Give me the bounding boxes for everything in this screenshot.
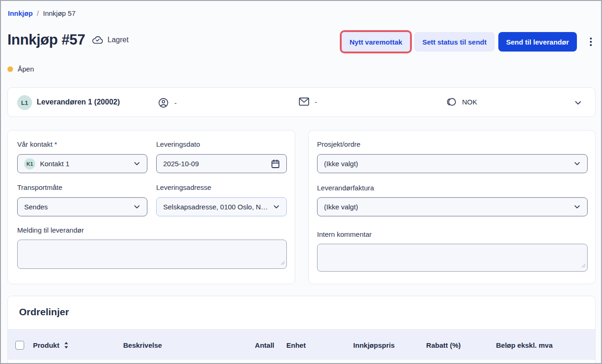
more-actions-button[interactable] bbox=[584, 32, 597, 52]
cloud-check-icon bbox=[92, 36, 104, 44]
status-dot-icon bbox=[7, 66, 13, 72]
delivery-date-value: 2025-10-09 bbox=[163, 160, 199, 168]
new-goods-receipt-button[interactable]: Nytt varemottak bbox=[342, 32, 410, 52]
chevron-down-icon bbox=[570, 160, 581, 167]
contact-avatar: K1 bbox=[24, 158, 35, 169]
delivery-address-select[interactable]: Selskapsadresse, 0100 Oslo, N… bbox=[156, 197, 287, 216]
title-row: Innkjøp #57 Lagret bbox=[7, 32, 129, 48]
chevron-down-icon bbox=[269, 203, 280, 210]
details-card: Vår kontakt * K1 Kontakt 1 Leveringsdato… bbox=[7, 130, 295, 284]
supplier-invoice-select[interactable]: (Ikke valgt) bbox=[317, 197, 588, 216]
project-order-value: (Ikke valgt) bbox=[324, 160, 358, 168]
saved-indicator: Lagret bbox=[92, 36, 128, 44]
transport-label: Transportmåte bbox=[17, 183, 62, 191]
delivery-address-label: Leveringsadresse bbox=[156, 183, 211, 191]
column-header-rabatt: Rabatt (%) bbox=[400, 330, 461, 360]
delivery-date-label: Leveringsdato bbox=[156, 140, 200, 148]
saved-label: Lagret bbox=[107, 36, 128, 44]
chevron-down-icon bbox=[130, 160, 140, 167]
our-contact-select[interactable]: K1 Kontakt 1 bbox=[17, 154, 147, 173]
supplier-invoice-label: Leverandørfaktura bbox=[317, 184, 374, 192]
send-to-supplier-button[interactable]: Send til leverandør bbox=[498, 32, 577, 52]
our-contact-value: Kontakt 1 bbox=[40, 160, 69, 168]
annotation-highlight-box: Nytt varemottak bbox=[340, 30, 412, 53]
delivery-date-input[interactable]: 2025-10-09 bbox=[156, 154, 287, 173]
breadcrumb-link-innkjop[interactable]: Innkjøp bbox=[8, 9, 33, 17]
supplier-expand-chevron-icon bbox=[574, 99, 582, 107]
chevron-down-icon bbox=[570, 203, 581, 210]
internal-comment-textarea[interactable] bbox=[317, 244, 588, 272]
reference-card: Prosjekt/ordre (Ikke valgt) Leverandørfa… bbox=[308, 130, 595, 284]
transport-value: Sendes bbox=[24, 203, 48, 211]
chevron-down-icon bbox=[130, 203, 140, 210]
select-all-checkbox[interactable] bbox=[15, 341, 24, 350]
column-label: Produkt bbox=[33, 341, 60, 349]
status-badge: Åpen bbox=[18, 65, 34, 73]
supplier-contact: - bbox=[158, 98, 177, 108]
status-row: Åpen bbox=[7, 65, 34, 73]
column-header-belop: Beløp ekskl. mva bbox=[496, 330, 553, 360]
breadcrumb: Innkjøp / Innkjøp 57 bbox=[8, 9, 76, 17]
envelope-icon bbox=[299, 98, 309, 106]
supplier-contact-value: - bbox=[174, 99, 177, 107]
column-header-beskrivelse: Beskrivelse bbox=[123, 330, 162, 360]
supplier-email: - bbox=[299, 98, 317, 106]
breadcrumb-current: Innkjøp 57 bbox=[43, 9, 76, 17]
project-order-label: Prosjekt/ordre bbox=[317, 140, 360, 148]
breadcrumb-separator: / bbox=[37, 9, 39, 17]
supplier-invoice-value: (Ikke valgt) bbox=[324, 203, 358, 211]
order-lines-card: Ordrelinjer Produkt Beskrivelse Antall E… bbox=[7, 296, 595, 364]
column-header-innkjopspris: Innkjøpspris bbox=[334, 330, 395, 360]
person-circle-icon bbox=[158, 98, 169, 108]
message-to-supplier-wrap bbox=[17, 240, 287, 269]
supplier-currency: NOK bbox=[444, 98, 477, 106]
supplier-avatar: L1 bbox=[17, 95, 32, 110]
project-order-select[interactable]: (Ikke valgt) bbox=[317, 154, 588, 173]
supplier-currency-value: NOK bbox=[462, 98, 477, 106]
message-to-supplier-textarea[interactable] bbox=[17, 240, 287, 269]
action-bar: Nytt varemottak Sett status til sendt Se… bbox=[340, 30, 597, 53]
our-contact-label: Vår kontakt * bbox=[17, 140, 57, 148]
supplier-name: Leverandøren 1 (20002) bbox=[37, 98, 120, 106]
order-lines-table-header: Produkt Beskrivelse Antall Enhet Innkjøp… bbox=[8, 329, 595, 360]
calendar-icon bbox=[267, 159, 280, 169]
kebab-menu-icon bbox=[590, 38, 592, 46]
transport-select[interactable]: Sendes bbox=[17, 197, 147, 216]
supplier-email-value: - bbox=[315, 98, 317, 106]
sort-arrows-icon bbox=[64, 342, 68, 349]
column-header-enhet: Enhet bbox=[286, 330, 306, 360]
delivery-address-value: Selskapsadresse, 0100 Oslo, N… bbox=[163, 203, 268, 211]
column-header-produkt[interactable]: Produkt bbox=[33, 330, 68, 360]
page-title: Innkjøp #57 bbox=[7, 32, 85, 48]
app-window: Innkjøp / Innkjøp 57 Innkjøp #57 Lagret … bbox=[0, 0, 602, 364]
supplier-summary-bar[interactable]: L1 Leverandøren 1 (20002) - - bbox=[7, 87, 595, 117]
order-lines-title: Ordrelinjer bbox=[19, 306, 69, 318]
internal-comment-wrap bbox=[317, 244, 588, 272]
coins-icon bbox=[444, 98, 456, 106]
message-to-supplier-label: Melding til leverandør bbox=[17, 226, 84, 234]
set-status-sent-button[interactable]: Sett status til sendt bbox=[414, 32, 494, 52]
internal-comment-label: Intern kommentar bbox=[317, 230, 372, 238]
column-header-antall: Antall bbox=[235, 330, 274, 360]
